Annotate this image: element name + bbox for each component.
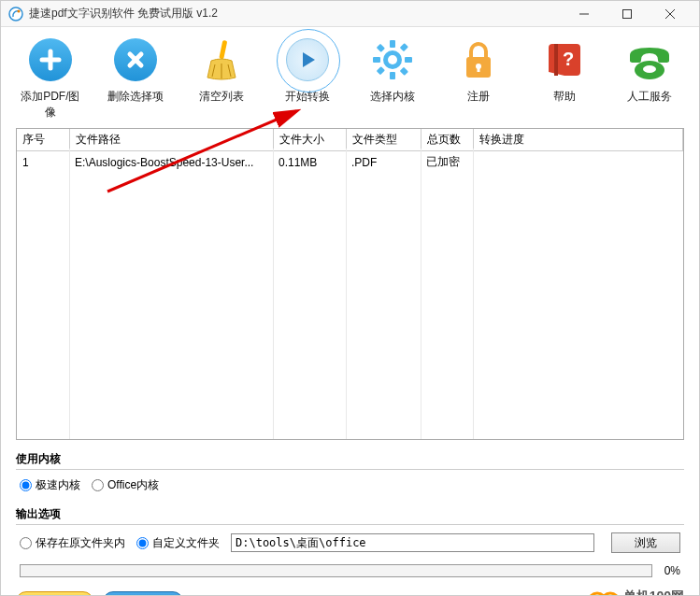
- svg-rect-20: [405, 57, 412, 63]
- footer: QQ交谈 SDK定制 客服热线：4006685572 QQ：4006685572…: [1, 583, 699, 596]
- col-progress[interactable]: 转换进度: [473, 129, 683, 151]
- kernel-button[interactable]: 选择内核: [359, 35, 428, 121]
- kernel-section: 使用内核 极速内核 Office内核: [16, 447, 684, 501]
- svg-rect-3: [623, 9, 632, 18]
- output-title: 输出选项: [16, 503, 684, 525]
- convert-button[interactable]: 开始转换: [273, 35, 342, 121]
- col-pages[interactable]: 总页数: [421, 129, 473, 151]
- help-button[interactable]: ? 帮助: [530, 35, 599, 121]
- add-pdf-label: 添加PDF/图像: [16, 89, 85, 121]
- delete-button[interactable]: 删除选择项: [102, 35, 171, 121]
- register-label: 注册: [467, 89, 490, 105]
- toolbar: 添加PDF/图像 删除选择项 清空列表 开始转换 选择内核 注册 ? 帮助 人工…: [1, 27, 699, 124]
- file-table: 序号 文件路径 文件大小 文件类型 总页数 转换进度 1 E:\Auslogic…: [16, 128, 684, 440]
- kernel-fast-radio[interactable]: 极速内核: [20, 477, 80, 493]
- svg-point-0: [9, 7, 22, 21]
- svg-point-31: [643, 65, 656, 73]
- kernel-label: 选择内核: [370, 89, 415, 105]
- gamepad-icon: [588, 589, 620, 596]
- clear-button[interactable]: 清空列表: [187, 35, 256, 121]
- clear-label: 清空列表: [199, 89, 244, 105]
- service-button[interactable]: 人工服务: [615, 35, 684, 121]
- register-button[interactable]: 注册: [444, 35, 513, 121]
- window-title: 捷速pdf文字识别软件 免费试用版 v1.2: [29, 6, 563, 21]
- app-icon: [8, 7, 23, 21]
- svg-marker-14: [303, 52, 315, 67]
- table-header-row: 序号 文件路径 文件大小 文件类型 总页数 转换进度: [17, 129, 683, 151]
- minimize-button[interactable]: [563, 1, 606, 27]
- svg-rect-10: [219, 40, 227, 60]
- svg-rect-19: [373, 57, 380, 63]
- svg-text:?: ?: [562, 49, 573, 69]
- svg-rect-17: [390, 40, 395, 48]
- service-label: 人工服务: [627, 89, 672, 105]
- close-button[interactable]: [649, 1, 692, 27]
- kernel-title: 使用内核: [16, 447, 684, 470]
- qq-chat-button[interactable]: QQ交谈: [16, 591, 93, 596]
- broom-icon: [198, 36, 245, 83]
- gear-icon: [369, 36, 416, 83]
- lock-icon: [457, 38, 500, 81]
- col-path[interactable]: 文件路径: [69, 129, 273, 151]
- phone-icon: [626, 38, 673, 81]
- delete-label: 删除选择项: [107, 89, 164, 105]
- brand-logo[interactable]: 单机100网 danji100.com: [588, 589, 684, 596]
- output-section: 输出选项 保存在原文件夹内 自定义文件夹 浏览 0%: [16, 503, 684, 581]
- maximize-button[interactable]: [606, 1, 649, 27]
- titlebar: 捷速pdf文字识别软件 免费试用版 v1.2: [1, 1, 699, 27]
- svg-rect-21: [377, 44, 385, 52]
- progress-bar: [20, 564, 652, 577]
- kernel-office-radio[interactable]: Office内核: [92, 477, 159, 493]
- browse-button[interactable]: 浏览: [611, 532, 680, 553]
- svg-rect-22: [400, 67, 408, 76]
- col-size[interactable]: 文件大小: [273, 129, 346, 151]
- col-type[interactable]: 文件类型: [346, 129, 421, 151]
- add-pdf-button[interactable]: 添加PDF/图像: [16, 35, 85, 121]
- progress-percent: 0%: [658, 564, 680, 577]
- svg-rect-27: [477, 66, 479, 72]
- sdk-button[interactable]: SDK定制: [103, 591, 184, 596]
- output-custom-radio[interactable]: 自定义文件夹: [136, 535, 220, 551]
- svg-point-1: [18, 9, 21, 12]
- svg-rect-24: [377, 66, 385, 75]
- svg-rect-28: [554, 44, 558, 76]
- output-original-radio[interactable]: 保存在原文件夹内: [20, 535, 125, 551]
- output-path-input[interactable]: [231, 533, 594, 552]
- svg-point-16: [388, 55, 397, 64]
- col-no[interactable]: 序号: [17, 129, 69, 151]
- svg-rect-23: [400, 43, 408, 51]
- help-icon: ?: [543, 38, 586, 81]
- help-label: 帮助: [553, 89, 576, 105]
- svg-rect-18: [390, 72, 395, 79]
